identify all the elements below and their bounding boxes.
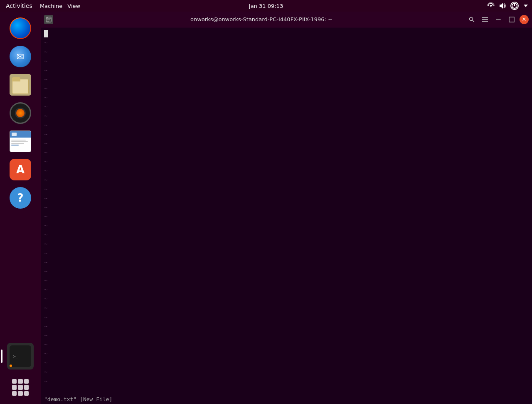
vim-tilde-line: ~ [44,249,532,258]
firefox-icon [10,17,31,39]
vim-tilde-line: ~ [44,139,532,148]
svg-rect-10 [47,21,49,22]
rhythmbox-icon [10,102,31,124]
dock-item-appcenter[interactable]: A [7,156,34,183]
vim-tilde-line: ~ [44,75,532,84]
terminal-app-icon: >_ [7,343,34,370]
svg-marker-5 [524,5,528,7]
vim-tilde-line: ~ [44,276,532,285]
svg-rect-16 [509,17,514,22]
vim-tilde-line: ~ [44,102,532,111]
svg-point-11 [470,17,473,20]
terminal-prompt-text: >_ [13,354,18,359]
svg-marker-2 [500,3,503,9]
dock-item-firefox[interactable] [7,15,34,42]
vim-tilde-line: ~ [44,175,532,185]
dock-item-files[interactable] [7,71,34,98]
vim-tilde-line: ~ [44,111,532,121]
vim-tilde-line: ~ [44,203,532,212]
system-bar-left: Activities Machine View [3,2,80,9]
dock-item-rhythmbox[interactable] [7,100,34,126]
terminal-tab-icon[interactable] [44,15,53,24]
vim-tilde-line: ~ [44,239,532,249]
vim-tilde-line: ~ [44,267,532,276]
main-area: A ? >_ [0,12,532,404]
terminal-content[interactable]: ~ ~ ~ ~ ~ ~ ~ ~ ~ ~ ~ ~ ~ ~ ~ ~ ~ ~ ~ ~ [41,27,532,394]
vim-tilde-line: ~ [44,331,532,340]
terminal-statusbar: "demo.txt" [New File] [41,394,532,404]
dock-item-terminal[interactable]: >_ [4,340,37,372]
svg-line-12 [473,20,475,22]
svg-rect-8 [47,17,48,18]
close-button[interactable]: ✕ [520,15,529,24]
vim-tilde-line: ~ [44,349,532,358]
appcenter-icon: A [10,159,31,180]
vim-tilde-line: ~ [44,185,532,194]
vim-tilde-line: ~ [44,340,532,349]
vim-cursor [44,30,48,37]
vim-tilde-line: ~ [44,367,532,377]
network-icon[interactable] [487,2,495,10]
view-menu[interactable]: View [67,3,80,9]
vim-tilde-line: ~ [44,221,532,230]
thunderbird-icon [10,46,31,67]
vim-tilde-line: ~ [44,57,532,66]
vim-tilde-line: ~ [44,157,532,166]
power-icon[interactable] [510,2,519,10]
vim-tilde-line: ~ [44,212,532,221]
dock-item-writer[interactable] [7,128,34,155]
vim-tilde-line: ~ [44,38,532,47]
terminal-window: onworks@onworks-Standard-PC-I440FX-PIIX-… [41,12,532,404]
vim-tilde-line: ~ [44,166,532,175]
terminal-titlebar: onworks@onworks-Standard-PC-I440FX-PIIX-… [41,12,532,27]
minimize-button[interactable]: − [493,14,504,25]
search-button[interactable] [466,14,477,25]
vim-tilde-line: ~ [44,294,532,303]
writer-icon [10,131,31,152]
dock-item-show-apps[interactable] [7,374,34,401]
activities-button[interactable]: Activities [3,2,35,9]
chevron-down-icon[interactable] [523,3,529,9]
vim-tilde-line: ~ [44,303,532,313]
vim-tilde-line: ~ [44,148,532,157]
vim-tilde-line: ~ [44,84,532,93]
datetime-display: Jan 31 09:13 [249,3,283,9]
dock-bottom: >_ [4,340,37,401]
system-bar-right [487,2,529,10]
vim-tilde-line: ~ [44,93,532,102]
vim-tilde-line: ~ [44,313,532,322]
vim-tilde-line: ~ [44,358,532,367]
vim-editor-area: ~ ~ ~ ~ ~ ~ ~ ~ ~ ~ ~ ~ ~ ~ ~ ~ ~ ~ ~ ~ [44,29,532,392]
vim-tilde-line: ~ [44,130,532,139]
terminal-active-dot [10,365,12,367]
vim-line-1 [44,29,532,38]
files-icon [10,74,31,96]
machine-menu[interactable]: Machine [40,3,62,9]
vim-tilde-line: ~ [44,121,532,130]
vim-tilde-line: ~ [44,322,532,331]
vim-tilde-line: ~ [44,230,532,239]
apps-grid-icon [12,379,29,396]
system-bar: Activities Machine View Jan 31 09:13 [0,0,532,12]
hamburger-menu-button[interactable] [480,14,490,25]
dock-item-help[interactable]: ? [7,185,34,211]
vim-tilde-line: ~ [44,47,532,57]
dock: A ? >_ [0,12,41,404]
vim-tilde-line: ~ [44,194,532,203]
volume-icon[interactable] [499,2,506,10]
terminal-controls: − ✕ [466,14,529,25]
svg-rect-9 [47,20,50,20]
vim-status-text: "demo.txt" [New File] [44,396,112,402]
dock-item-thunderbird[interactable] [7,43,34,70]
maximize-button[interactable] [506,14,517,25]
help-icon: ? [10,187,31,209]
vim-tilde-line: ~ [44,285,532,294]
terminal-title: onworks@onworks-Standard-PC-I440FX-PIIX-… [57,16,466,22]
vim-tilde-line: ~ [44,258,532,267]
vim-tilde-line: ~ [44,377,532,386]
vim-tilde-line: ~ [44,66,532,75]
